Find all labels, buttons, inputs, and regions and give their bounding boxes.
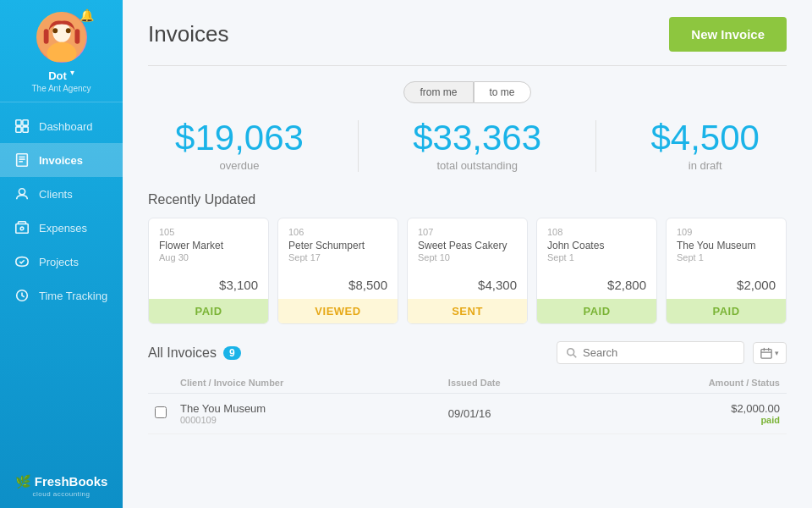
- search-icon: [566, 347, 578, 359]
- svg-point-3: [52, 28, 58, 33]
- card-amount-1: $8,500: [278, 269, 398, 299]
- toggle-from-me[interactable]: from me: [403, 81, 473, 103]
- svg-line-20: [573, 354, 577, 357]
- invoice-card-4[interactable]: 109 The You Museum Sept 1 $2,000 PAID: [666, 218, 787, 324]
- sidebar-item-invoices[interactable]: Invoices: [0, 143, 123, 177]
- sidebar-item-clients[interactable]: Clients: [0, 177, 123, 211]
- table-header-date: Issued Date: [442, 373, 592, 394]
- card-client-1: Peter Schumpert: [288, 240, 387, 251]
- svg-rect-16: [16, 224, 28, 234]
- invoice-cards: 105 Flower Market Aug 30 $3,100 PAID 106…: [148, 218, 787, 324]
- svg-rect-9: [16, 127, 21, 132]
- expenses-icon: [14, 219, 30, 236]
- stat-divider-1: [358, 120, 359, 172]
- invoice-count-badge: 9: [223, 346, 241, 360]
- svg-rect-6: [74, 29, 80, 43]
- stat-draft: $4,500 in draft: [650, 120, 759, 172]
- search-input[interactable]: [583, 346, 735, 359]
- sidebar-item-dashboard[interactable]: Dashboard: [0, 109, 123, 143]
- dashboard-icon: [14, 118, 30, 135]
- calendar-caret-icon: ▾: [775, 349, 779, 357]
- clients-icon: [14, 185, 30, 202]
- invoice-card-3[interactable]: 108 John Coates Sept 1 $2,800 PAID: [536, 218, 657, 324]
- svg-rect-11: [17, 154, 28, 166]
- calendar-filter-button[interactable]: ▾: [753, 342, 787, 364]
- invoice-card-2[interactable]: 107 Sweet Peas Cakery Sept 10 $4,300 SEN…: [407, 218, 528, 324]
- card-client-4: The You Museum: [677, 240, 776, 251]
- card-date-1: Sept 17: [288, 252, 387, 262]
- card-amount-3: $2,800: [537, 269, 656, 299]
- calendar-icon: [760, 347, 772, 359]
- time-tracking-icon: [14, 287, 30, 304]
- user-caret-icon[interactable]: ▾: [70, 68, 74, 77]
- row-date: 09/01/16: [442, 394, 592, 434]
- user-name: Dot: [48, 69, 67, 82]
- card-status-1: VIEWED: [278, 299, 398, 323]
- sidebar-item-projects[interactable]: Projects: [0, 245, 123, 279]
- card-date-0: Aug 30: [159, 252, 258, 262]
- stat-outstanding-value: $33,363: [413, 120, 541, 156]
- freshbooks-tagline: cloud accounting: [32, 490, 90, 498]
- card-client-3: John Coates: [547, 240, 646, 251]
- bell-icon: 🔔: [80, 8, 94, 22]
- sidebar-nav: Dashboard Invoices Clients Expenses: [0, 102, 123, 462]
- card-num-0: 105: [159, 227, 258, 237]
- freshbooks-logo: 🌿 FreshBooks cloud accounting: [15, 462, 108, 508]
- invoice-table: Client / Invoice Number Issued Date Amou…: [148, 373, 787, 434]
- stat-overdue: $19,063 overdue: [175, 120, 304, 172]
- toggle-to-me[interactable]: to me: [474, 81, 531, 103]
- table-header-checkbox: [148, 373, 173, 394]
- all-invoices-title: All Invoices 9: [148, 345, 241, 361]
- stats-row: $19,063 overdue $33,363 total outstandin…: [148, 120, 787, 172]
- svg-rect-8: [23, 120, 28, 125]
- recently-updated-title: Recently Updated: [148, 192, 787, 207]
- svg-point-19: [568, 348, 574, 355]
- card-client-0: Flower Market: [159, 240, 258, 251]
- table-header-client: Client / Invoice Number: [173, 373, 442, 394]
- invoice-toggle: from me to me: [148, 81, 787, 103]
- card-client-2: Sweet Peas Cakery: [418, 240, 517, 251]
- card-status-2: SENT: [408, 299, 527, 323]
- stat-draft-label: in draft: [650, 159, 759, 172]
- card-num-4: 109: [677, 227, 776, 237]
- main-content: Invoices New Invoice from me to me $19,0…: [123, 0, 812, 508]
- stat-overdue-label: overdue: [175, 159, 304, 172]
- freshbooks-brand: 🌿 FreshBooks: [15, 474, 108, 489]
- table-row[interactable]: The You Museum 0000109 09/01/16 $2,000.0…: [148, 394, 787, 434]
- card-num-3: 108: [547, 227, 646, 237]
- projects-icon: [14, 253, 30, 270]
- card-date-3: Sept 1: [547, 252, 646, 262]
- stat-outstanding: $33,363 total outstanding: [413, 120, 541, 172]
- user-company: The Ant Agency: [31, 84, 91, 93]
- stat-overdue-value: $19,063: [175, 120, 304, 156]
- svg-rect-10: [23, 127, 28, 132]
- stat-draft-value: $4,500: [650, 120, 759, 156]
- new-invoice-button[interactable]: New Invoice: [669, 17, 787, 52]
- sidebar-user-section: 🔔 Dot ▾ The Ant Agency: [0, 0, 123, 102]
- svg-point-17: [20, 227, 24, 230]
- card-amount-2: $4,300: [408, 269, 527, 299]
- svg-point-15: [19, 189, 25, 195]
- svg-rect-5: [43, 29, 48, 43]
- svg-rect-7: [16, 120, 21, 125]
- svg-rect-21: [761, 349, 771, 358]
- row-checkbox[interactable]: [155, 406, 167, 418]
- invoice-card-1[interactable]: 106 Peter Schumpert Sept 17 $8,500 VIEWE…: [277, 218, 398, 324]
- table-header-amount: Amount / Status: [592, 373, 787, 394]
- card-date-4: Sept 1: [677, 252, 776, 262]
- row-amount: $2,000.00 paid: [592, 394, 787, 434]
- top-divider: [148, 65, 787, 66]
- card-date-2: Sept 10: [418, 252, 517, 262]
- avatar: 🔔: [36, 12, 87, 63]
- sidebar-item-expenses[interactable]: Expenses: [0, 211, 123, 245]
- card-status-4: PAID: [667, 299, 786, 323]
- card-num-1: 106: [288, 227, 387, 237]
- card-num-2: 107: [418, 227, 517, 237]
- svg-point-4: [65, 28, 70, 33]
- card-amount-4: $2,000: [667, 269, 786, 299]
- stat-outstanding-label: total outstanding: [413, 159, 541, 172]
- sidebar-item-time-tracking[interactable]: Time Tracking: [0, 279, 123, 312]
- invoice-card-0[interactable]: 105 Flower Market Aug 30 $3,100 PAID: [148, 218, 269, 324]
- all-invoices-bar: All Invoices 9 ▾: [148, 341, 787, 364]
- search-box: [557, 341, 744, 364]
